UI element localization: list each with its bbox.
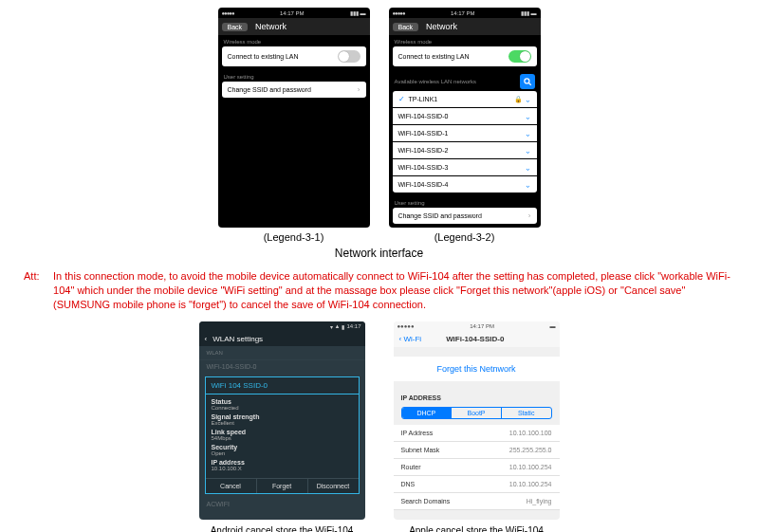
row-value: 10.10.100.254 [509, 464, 552, 470]
field-value: Open [212, 450, 353, 456]
legend-3-2-phone: 14:17 PM ▮▮▮ ▬ Back Network Wireless mod… [389, 8, 541, 228]
network-row[interactable]: WiFi-104-SSID-2⌃ [393, 142, 537, 158]
search-icon [523, 77, 532, 86]
nav-header: Back Network [389, 18, 541, 35]
android-status-bar: ▾ ▲ ▮ 14:17 [199, 321, 365, 332]
network-row[interactable]: WiFi-104-SSID-1⌃ [393, 125, 537, 141]
search-button[interactable] [520, 74, 535, 89]
modal-title: WiFi 104 SSID-0 [206, 377, 359, 394]
field-key: Signal strength [212, 413, 353, 420]
row-key: Router [401, 464, 421, 470]
signal-dots-icon [222, 10, 234, 16]
network-name: WiFi-104-SSID-0 [398, 113, 449, 119]
toggle-off[interactable] [338, 50, 361, 63]
ios-status-bar: ●●●●● 14:17 PM ▬ [394, 321, 560, 331]
ios-caption: Apple cancel store the WiFi-104 connecti… [394, 525, 560, 532]
legend-3-2-caption: (Legend-3-2) [389, 231, 541, 243]
android-phone: ▾ ▲ ▮ 14:17 ‹ WLAN settings WLAN WiFi-10… [199, 321, 365, 520]
row-key: IP Address [401, 430, 434, 436]
change-ssid-row[interactable]: Change SSID and password › [222, 82, 366, 98]
ios-detail-rows: IP Address10.10.100.100Subnet Mask255.25… [394, 425, 560, 510]
toggle-on[interactable] [508, 50, 531, 63]
row-value: 255.255.255.0 [509, 447, 552, 453]
field-value: 54Mbps [212, 435, 353, 441]
signal-dots-icon [393, 10, 405, 16]
network-row[interactable]: WiFi-104-SSID-0⌃ [393, 108, 537, 124]
back-icon[interactable]: ‹ [205, 335, 208, 343]
svg-point-0 [524, 79, 528, 83]
section-user-setting: User setting [389, 196, 541, 208]
modal-field: SecurityOpen [212, 444, 353, 456]
connect-lan-row[interactable]: Connect to existing LAN [393, 46, 537, 66]
nav-header: Back Network [218, 18, 370, 35]
dim-acwifi: ACWIFI [199, 498, 365, 510]
change-ssid-row[interactable]: Change SSID and password › [393, 208, 537, 224]
field-value: 10.10.100.X [212, 466, 353, 471]
status-time: 14:17 PM [470, 323, 494, 329]
nav-title: Network [255, 22, 365, 31]
row-key: Subnet Mask [401, 447, 440, 453]
back-button[interactable]: Back [222, 23, 249, 31]
time: 14:17 [346, 323, 361, 330]
ios-detail-row[interactable]: Router10.10.100.254 [394, 459, 560, 476]
cancel-button[interactable]: Cancel [206, 479, 257, 493]
network-name: WiFi-104-SSID-4 [398, 181, 449, 188]
attention-block: Att: In this connection mode, to avoid t… [24, 269, 734, 312]
ios-detail-row[interactable]: Subnet Mask255.255.255.0 [394, 442, 560, 459]
network-row[interactable]: ✓TP-LINK1🔒⌃ [393, 91, 537, 107]
chevron-right-icon: › [358, 85, 361, 94]
nav-title: Network [426, 22, 536, 31]
status-time: 14:17 PM [451, 10, 475, 16]
seg-dhcp[interactable]: DHCP [402, 408, 453, 418]
battery-icon: ▮ [342, 323, 344, 330]
signal-dots-icon: ●●●●● [397, 323, 415, 329]
forget-network-button[interactable]: Forget this Netnwork [394, 357, 560, 381]
modal-field: StatusConnected [212, 398, 353, 411]
modal-body: StatusConnectedSignal strengthExcellentL… [206, 394, 359, 478]
android-header: ‹ WLAN settings [199, 332, 365, 346]
section-wireless-mode: Wireless mode [389, 35, 541, 46]
field-key: IP address [212, 459, 353, 466]
network-row[interactable]: WiFi-104-SSID-3⌃ [393, 159, 537, 175]
ios-detail-row[interactable]: Search DomainsHi_flying [394, 493, 560, 510]
android-caption: Android cancel store the WiFi-104 connec… [199, 525, 365, 532]
modal-field: Link speed54Mbps [212, 429, 353, 441]
dim-ssid: WiFi-104-SSID-0 [199, 360, 365, 373]
change-ssid-label: Change SSID and password [398, 212, 482, 219]
disconnect-button[interactable]: Disconnect [308, 479, 359, 493]
back-button[interactable]: Back [393, 23, 419, 31]
status-bar: 14:17 PM ▮▮▮ ▬ [389, 8, 541, 18]
field-key: Link speed [212, 429, 353, 435]
field-value: Connected [212, 405, 353, 411]
ios-detail-row[interactable]: DNS10.10.100.254 [394, 476, 560, 493]
connect-lan-row[interactable]: Connect to existing LAN [222, 46, 366, 66]
wifi-icon: ⌃ [525, 95, 531, 103]
forget-button[interactable]: Forget [257, 479, 308, 493]
seg-bootp[interactable]: BootP [452, 408, 502, 418]
ios-nav: ‹ Wi-Fi WiFi-104-SSID-0 [394, 331, 560, 347]
connect-lan-label: Connect to existing LAN [228, 53, 299, 60]
chevron-right-icon: › [528, 211, 531, 220]
svg-line-1 [528, 83, 531, 85]
lock-icon: 🔒 [514, 96, 523, 102]
modal-field: Signal strengthExcellent [212, 413, 353, 426]
signal-icon: ▲ [335, 323, 341, 330]
ios-detail-row[interactable]: IP Address10.10.100.100 [394, 425, 560, 442]
battery-icon: ▮▮▮ ▬ [521, 9, 537, 16]
battery-icon: ▮▮▮ ▬ [350, 9, 366, 16]
ip-address-section: IP ADDRESS [394, 391, 560, 405]
att-text: In this connection mode, to avoid the mo… [53, 269, 733, 312]
wifi-icon: ⌃ [525, 163, 531, 172]
seg-static[interactable]: Static [502, 408, 551, 418]
check-icon: ✓ [398, 95, 405, 103]
field-value: Excellent [212, 420, 353, 426]
row-value: Hi_flying [527, 498, 552, 504]
network-name: WiFi-104-SSID-2 [398, 147, 449, 154]
ip-mode-segment[interactable]: DHCP BootP Static [401, 407, 552, 419]
legend-3-1-caption: (Legend-3-1) [218, 231, 370, 243]
network-name: WiFi-104-SSID-1 [398, 130, 449, 137]
network-row[interactable]: WiFi-104-SSID-4⌃ [393, 176, 537, 193]
battery-icon: ▬ [550, 323, 556, 329]
android-modal: WiFi 104 SSID-0 StatusConnectedSignal st… [205, 376, 360, 494]
available-networks-label: Available wireless LAN networks [395, 79, 477, 84]
